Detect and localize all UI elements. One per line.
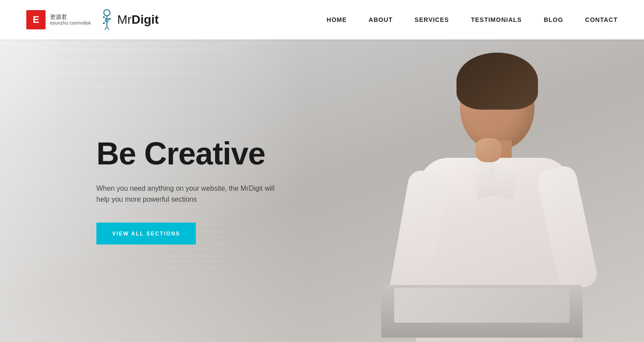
- laptop-screen: [394, 288, 570, 323]
- nav-item-testimonials[interactable]: TESTIMONIALS: [471, 16, 522, 23]
- nav-item-home[interactable]: HOME: [327, 16, 347, 23]
- hero-person: [390, 53, 600, 338]
- logo-badge: E: [26, 10, 46, 29]
- brand-name: MrDigit: [117, 13, 159, 27]
- nav-item-blog[interactable]: BLOG: [544, 16, 563, 23]
- person-hair: [456, 53, 538, 110]
- svg-line-10: [107, 27, 109, 30]
- logo-url: eyunzhu.com/vdisk: [50, 20, 91, 25]
- nav-item-about[interactable]: ABOUT: [369, 16, 393, 23]
- hero-content: Be Creative When you need anything on yo…: [96, 137, 289, 245]
- svg-line-9: [105, 27, 107, 30]
- logo-chinese: 资源君: [50, 14, 91, 20]
- laptop: [381, 285, 583, 338]
- nav-item-contact[interactable]: CONTACT: [585, 16, 618, 23]
- hero-section: Be Creative When you need anything on yo…: [0, 39, 644, 342]
- hero-title: Be Creative: [96, 137, 289, 171]
- mrdigit-icon: [98, 9, 116, 30]
- nav-item-services[interactable]: SERVICES: [414, 16, 449, 23]
- person-hand-chin: [475, 138, 502, 162]
- logo-text-block: 资源君 eyunzhu.com/vdisk: [50, 14, 91, 25]
- main-nav: HOME ABOUT SERVICES TESTIMONIALS BLOG CO…: [327, 16, 618, 23]
- logo-brand: MrDigit: [98, 9, 159, 30]
- hero-subtitle: When you need anything on your website, …: [96, 182, 289, 205]
- hero-cta-button[interactable]: VIEW ALL SECTIONS: [96, 222, 196, 244]
- svg-point-0: [104, 10, 110, 16]
- header: E 资源君 eyunzhu.com/vdisk MrDigit: [0, 0, 644, 39]
- logo-area: E 资源君 eyunzhu.com/vdisk MrDigit: [26, 9, 159, 30]
